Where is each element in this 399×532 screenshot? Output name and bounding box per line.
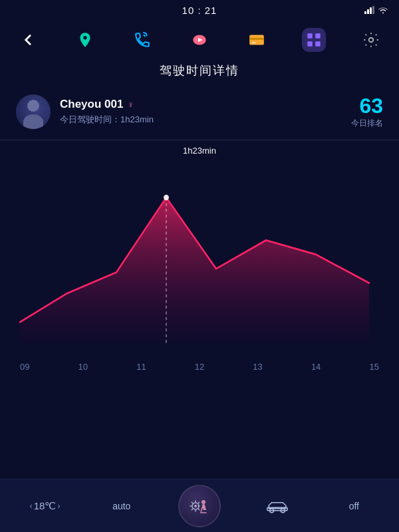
svg-rect-3 (372, 6, 374, 14)
x-label-09: 09 (20, 362, 29, 372)
user-rank: 63 今日排名 (351, 95, 383, 129)
svg-rect-9 (307, 33, 313, 39)
gender-icon: ♀ (127, 99, 134, 110)
grid-icon-btn[interactable] (302, 28, 326, 52)
card-icon-btn[interactable] (245, 28, 269, 52)
svg-point-17 (194, 505, 197, 507)
svg-rect-2 (370, 7, 372, 14)
rank-number: 63 (351, 95, 383, 116)
media-icon-btn[interactable] (188, 28, 211, 52)
page-title: 驾驶时间详情 (0, 60, 399, 89)
rank-label: 今日排名 (351, 118, 383, 129)
car-mode-btn[interactable] (257, 498, 297, 514)
user-left: Cheyou 001 ♀ 今日驾驶时间：1h23min (16, 94, 154, 129)
svg-point-15 (164, 195, 169, 201)
auto-label: auto (112, 501, 130, 511)
bottom-nav: ‹ 18℃ › auto (0, 479, 399, 532)
avatar (16, 94, 51, 129)
svg-line-22 (192, 502, 192, 503)
user-info-section: Cheyou 001 ♀ 今日驾驶时间：1h23min 63 今日排名 (0, 89, 399, 140)
user-details: Cheyou 001 ♀ 今日驾驶时间：1h23min (60, 98, 154, 126)
temperature-value: 18℃ (34, 500, 57, 512)
temp-left-arrow[interactable]: ‹ (30, 501, 33, 511)
x-axis: 09 10 11 12 13 14 15 (0, 358, 399, 372)
svg-line-23 (198, 509, 199, 509)
settings-icon-btn[interactable] (359, 28, 383, 52)
svg-line-24 (198, 502, 199, 503)
x-label-10: 10 (78, 362, 88, 372)
status-time: 10 : 21 (182, 5, 217, 16)
x-label-13: 13 (253, 362, 262, 372)
svg-rect-0 (364, 11, 366, 14)
nav-bar (0, 20, 399, 60)
user-name-row: Cheyou 001 ♀ (60, 98, 154, 111)
svg-point-26 (201, 500, 205, 504)
svg-point-13 (369, 38, 374, 43)
wifi-icon (378, 6, 388, 14)
drive-time: 今日驾驶时间：1h23min (60, 114, 154, 126)
location-icon-btn[interactable] (73, 28, 97, 52)
svg-rect-10 (315, 33, 321, 39)
off-btn[interactable]: off (334, 501, 374, 511)
center-control-btn[interactable] (178, 485, 221, 527)
svg-rect-7 (249, 38, 264, 40)
svg-rect-8 (251, 42, 256, 43)
x-label-11: 11 (136, 362, 146, 372)
signal-icon (364, 6, 375, 14)
x-label-15: 15 (369, 362, 378, 372)
svg-line-25 (192, 509, 192, 509)
off-label: off (349, 501, 359, 511)
svg-rect-11 (307, 41, 313, 47)
x-label-14: 14 (311, 362, 321, 372)
chart-peak-label: 1h23min (0, 146, 399, 156)
svg-rect-1 (367, 9, 369, 14)
user-name: Cheyou 001 (60, 98, 123, 111)
phone-icon-btn[interactable] (130, 28, 154, 52)
auto-mode[interactable]: auto (102, 501, 142, 511)
temp-right-arrow[interactable]: › (57, 501, 60, 511)
car-icon (265, 498, 290, 514)
back-button[interactable] (16, 28, 40, 52)
temperature-control[interactable]: ‹ 18℃ › (25, 500, 65, 512)
status-icons (364, 6, 388, 14)
svg-rect-12 (315, 41, 321, 47)
chart-container: 1h23min 09 10 11 12 13 14 15 (0, 146, 399, 372)
status-bar: 10 : 21 (0, 0, 399, 20)
center-btn-icon (184, 490, 215, 522)
x-label-12: 12 (195, 362, 204, 372)
chart-area (0, 158, 399, 358)
